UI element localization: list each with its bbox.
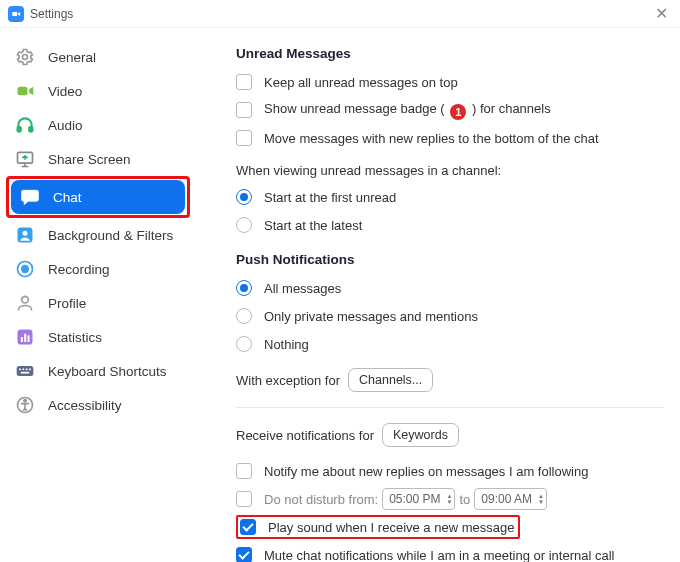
svg-rect-14 — [28, 335, 30, 342]
radio-all-messages[interactable]: All messages — [236, 275, 664, 301]
checkbox-icon[interactable] — [236, 463, 252, 479]
channels-button[interactable]: Channels... — [348, 368, 433, 392]
section-push-title: Push Notifications — [236, 252, 664, 267]
unread-viewing-subheading: When viewing unread messages in a channe… — [236, 163, 664, 178]
settings-content: Unread Messages Keep all unread messages… — [196, 28, 680, 562]
sidebar-item-label: Share Screen — [48, 152, 131, 167]
close-icon[interactable]: ✕ — [651, 4, 672, 23]
keywords-button[interactable]: Keywords — [382, 423, 459, 447]
svg-rect-18 — [26, 369, 28, 371]
svg-point-9 — [22, 266, 29, 273]
sidebar-item-background-filters[interactable]: Background & Filters — [6, 218, 190, 252]
sidebar-item-video[interactable]: Video — [6, 74, 190, 108]
sidebar-item-label: General — [48, 50, 96, 65]
radio-icon[interactable] — [236, 217, 252, 233]
sidebar-item-keyboard-shortcuts[interactable]: Keyboard Shortcuts — [6, 354, 190, 388]
sidebar-item-general[interactable]: General — [6, 40, 190, 74]
svg-point-1 — [23, 55, 28, 60]
video-icon — [14, 80, 36, 102]
sidebar-item-chat[interactable]: Chat — [11, 180, 185, 214]
keyboard-icon — [14, 360, 36, 382]
background-icon — [14, 224, 36, 246]
divider — [236, 407, 664, 408]
sidebar-item-label: Video — [48, 84, 82, 99]
option-do-not-disturb[interactable]: Do not disturb from: 05:00 PM ▲▼ to 09:0… — [236, 486, 664, 512]
svg-point-10 — [22, 296, 29, 303]
profile-icon — [14, 292, 36, 314]
sidebar-item-label: Chat — [53, 190, 82, 205]
radio-start-latest[interactable]: Start at the latest — [236, 212, 664, 238]
sidebar-item-label: Recording — [48, 262, 110, 277]
section-unread-title: Unread Messages — [236, 46, 664, 61]
radio-icon[interactable] — [236, 308, 252, 324]
statistics-icon — [14, 326, 36, 348]
accessibility-icon — [14, 394, 36, 416]
sidebar-item-statistics[interactable]: Statistics — [6, 320, 190, 354]
stepper-icon[interactable]: ▲▼ — [538, 493, 544, 505]
svg-rect-4 — [29, 127, 32, 132]
svg-rect-2 — [18, 87, 28, 95]
svg-point-7 — [23, 231, 28, 236]
checkbox-icon[interactable] — [240, 519, 256, 535]
record-icon — [14, 258, 36, 280]
checkbox-icon[interactable] — [236, 74, 252, 90]
sidebar-selected-highlight: Chat — [6, 176, 190, 218]
receive-row: Receive notifications for Keywords — [236, 422, 664, 448]
checkbox-icon[interactable] — [236, 102, 252, 118]
sidebar-item-label: Statistics — [48, 330, 102, 345]
option-keep-on-top[interactable]: Keep all unread messages on top — [236, 69, 664, 95]
radio-icon[interactable] — [236, 280, 252, 296]
option-move-replies[interactable]: Move messages with new replies to the bo… — [236, 125, 664, 151]
sidebar-item-label: Accessibility — [48, 398, 122, 413]
headphones-icon — [14, 114, 36, 136]
dnd-to-input[interactable]: 09:00 AM ▲▼ — [474, 488, 547, 510]
svg-rect-16 — [19, 369, 21, 371]
option-show-badge[interactable]: Show unread message badge ( 1 ) for chan… — [236, 97, 664, 123]
svg-rect-17 — [23, 369, 25, 371]
svg-rect-20 — [21, 372, 29, 374]
checkbox-icon[interactable] — [236, 547, 252, 562]
option-mute-during-meeting[interactable]: Mute chat notifications while I am in a … — [236, 542, 664, 562]
settings-sidebar: General Video Audio Share Screen Chat Ba… — [0, 28, 196, 562]
option-notify-replies[interactable]: Notify me about new replies on messages … — [236, 458, 664, 484]
title-bar: Settings ✕ — [0, 0, 680, 28]
svg-rect-0 — [12, 11, 17, 15]
sidebar-item-label: Keyboard Shortcuts — [48, 364, 167, 379]
window-title: Settings — [30, 7, 73, 21]
sidebar-item-recording[interactable]: Recording — [6, 252, 190, 286]
sidebar-item-profile[interactable]: Profile — [6, 286, 190, 320]
checkbox-icon[interactable] — [236, 491, 252, 507]
radio-private-mentions[interactable]: Only private messages and mentions — [236, 303, 664, 329]
sidebar-item-label: Audio — [48, 118, 83, 133]
svg-rect-15 — [17, 366, 34, 376]
sidebar-item-accessibility[interactable]: Accessibility — [6, 388, 190, 422]
option-play-sound[interactable]: Play sound when I receive a new message — [236, 514, 664, 540]
svg-point-22 — [24, 400, 27, 403]
svg-rect-19 — [29, 369, 31, 371]
sidebar-item-label: Background & Filters — [48, 228, 173, 243]
exception-row: With exception for Channels... — [236, 367, 664, 393]
stepper-icon[interactable]: ▲▼ — [447, 493, 453, 505]
chat-icon — [19, 186, 41, 208]
radio-nothing[interactable]: Nothing — [236, 331, 664, 357]
app-logo-icon — [8, 6, 24, 22]
gear-icon — [14, 46, 36, 68]
unread-count-badge: 1 — [450, 104, 466, 120]
share-screen-icon — [14, 148, 36, 170]
sidebar-item-label: Profile — [48, 296, 86, 311]
sidebar-item-audio[interactable]: Audio — [6, 108, 190, 142]
radio-icon[interactable] — [236, 336, 252, 352]
dnd-from-input[interactable]: 05:00 PM ▲▼ — [382, 488, 455, 510]
svg-rect-13 — [24, 334, 26, 342]
svg-rect-12 — [21, 337, 23, 342]
radio-start-first-unread[interactable]: Start at the first unread — [236, 184, 664, 210]
radio-icon[interactable] — [236, 189, 252, 205]
svg-rect-3 — [18, 127, 21, 132]
checkbox-icon[interactable] — [236, 130, 252, 146]
sidebar-item-share-screen[interactable]: Share Screen — [6, 142, 190, 176]
play-sound-highlight: Play sound when I receive a new message — [236, 515, 520, 539]
